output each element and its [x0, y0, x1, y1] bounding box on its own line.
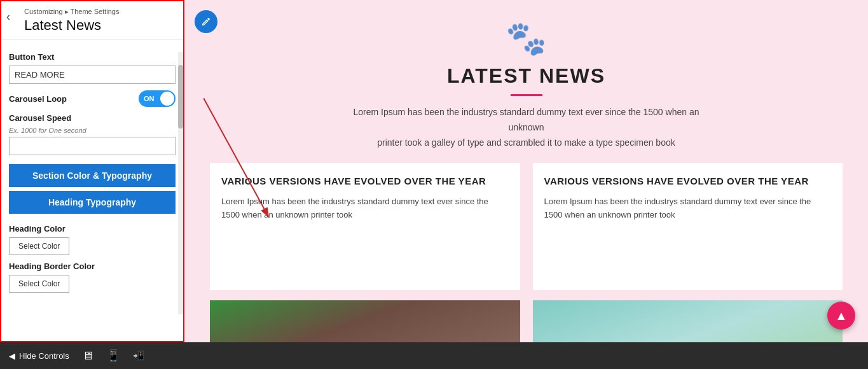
button-text-label: Button Text [9, 52, 176, 62]
panel-body: Button Text Carousel Loop ON Carousel Sp… [1, 39, 183, 341]
heading-border-color-select-button[interactable]: Select Color [9, 275, 69, 293]
desktop-icon[interactable]: 🖥 [82, 349, 93, 363]
mobile-icon[interactable]: 📲 [133, 351, 144, 361]
images-row [184, 300, 868, 342]
tablet-icon[interactable]: 📱 [106, 349, 120, 363]
hide-controls-button[interactable]: ◀ Hide Controls [9, 351, 69, 361]
heading-color-select-button[interactable]: Select Color [9, 237, 69, 255]
carousel-loop-toggle[interactable]: ON [139, 90, 176, 107]
carousel-speed-input[interactable] [9, 137, 176, 155]
hero-subtitle-line1: Lorem Ipsum has been the industrys stand… [336, 105, 717, 136]
panel-header: ‹ Customizing ▸ Theme Settings Latest Ne… [1, 1, 183, 39]
panel-title: Latest News [24, 17, 176, 34]
heading-border-color-label: Heading Border Color [9, 261, 176, 271]
breadcrumb: Customizing ▸ Theme Settings [24, 8, 176, 16]
news-card-1-title: VARIOUS VERSIONS HAVE EVOLVED OVER THE Y… [221, 174, 509, 188]
toggle-circle [160, 92, 174, 106]
news-card-1-text: Lorem Ipsum has been the industrys stand… [221, 195, 509, 222]
news-card-1: VARIOUS VERSIONS HAVE EVOLVED OVER THE Y… [210, 163, 520, 290]
left-panel: ‹ Customizing ▸ Theme Settings Latest Ne… [0, 0, 184, 342]
bottom-bar: ◀ Hide Controls 🖥 📱 📲 [0, 342, 868, 369]
carousel-loop-row: Carousel Loop ON [9, 90, 176, 107]
bowl-image [533, 300, 843, 342]
back-button[interactable]: ‹ [6, 10, 10, 24]
heading-color-label: Heading Color [9, 224, 176, 233]
hide-controls-label: Hide Controls [19, 351, 69, 361]
toggle-on-text: ON [144, 95, 155, 102]
section-hero: 🐾 LATEST NEWS Lorem Ipsum has been the i… [184, 0, 868, 163]
news-card-2-title: VARIOUS VERSIONS HAVE EVOLVED OVER THE Y… [544, 174, 832, 188]
news-card-2: VARIOUS VERSIONS HAVE EVOLVED OVER THE Y… [533, 163, 843, 290]
hero-divider [511, 94, 542, 96]
hero-pet-icon: 🐾 [210, 19, 843, 58]
right-content: 🐾 LATEST NEWS Lorem Ipsum has been the i… [184, 0, 868, 342]
hero-subtitle-line2: printer took a galley of type and scramb… [336, 136, 717, 151]
news-card-2-text: Lorem Ipsum has been the industrys stand… [544, 195, 832, 222]
chevron-left-icon: ◀ [9, 351, 15, 361]
dog-image [210, 300, 520, 342]
section-color-typography-button[interactable]: Section Color & Typography [9, 164, 176, 187]
button-text-input[interactable] [9, 66, 176, 84]
heading-typography-button[interactable]: Heading Typography [9, 191, 176, 214]
cards-row: VARIOUS VERSIONS HAVE EVOLVED OVER THE Y… [184, 163, 868, 300]
carousel-speed-label: Carousel Speed [9, 113, 176, 123]
hero-title: LATEST NEWS [210, 64, 843, 88]
carousel-loop-label: Carousel Loop [9, 94, 67, 104]
fab-scroll-top-button[interactable]: ▲ [827, 302, 855, 330]
carousel-speed-hint: Ex. 1000 for One second [9, 127, 176, 134]
